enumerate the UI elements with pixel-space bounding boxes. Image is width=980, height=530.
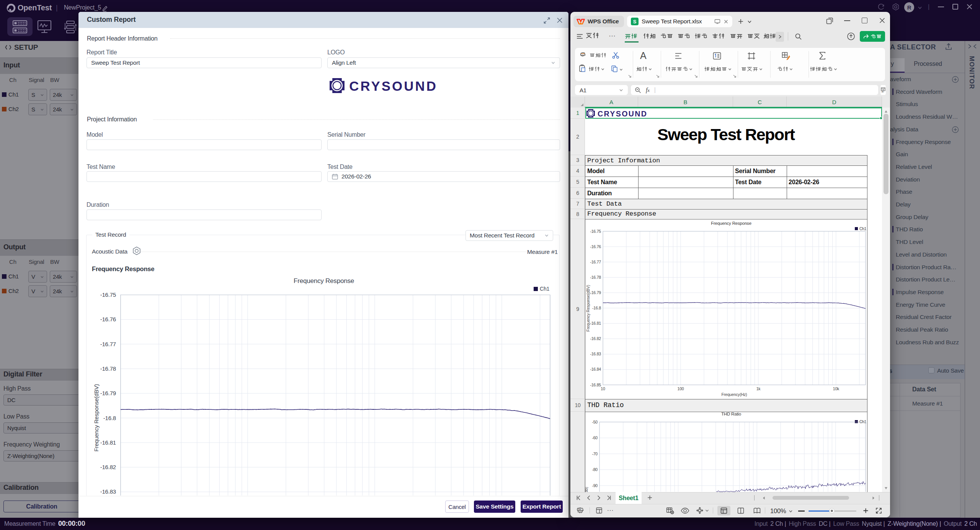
svg-text:Frequency Response(dBV): Frequency Response(dBV) (93, 384, 100, 452)
svg-text:-16.75: -16.75 (100, 291, 116, 298)
svg-text:-16.76: -16.76 (100, 316, 116, 322)
svg-text:-16.78: -16.78 (100, 365, 116, 372)
svg-text:-16.82: -16.82 (100, 464, 116, 470)
svg-text:-16.8: -16.8 (103, 415, 116, 421)
svg-text:fx: fx (882, 90, 884, 93)
svg-text:-16.81: -16.81 (100, 439, 116, 446)
svg-text:-16.79: -16.79 (100, 390, 116, 396)
svg-text:Frequency Response: Frequency Response (294, 277, 354, 285)
svg-text:-16.83: -16.83 (100, 488, 116, 495)
svg-text:VB: VB (578, 508, 581, 510)
svg-text:-16.77: -16.77 (100, 341, 116, 347)
svg-text:CRYSOUND: CRYSOUND (349, 79, 438, 93)
svg-text:Ch1: Ch1 (540, 286, 549, 292)
